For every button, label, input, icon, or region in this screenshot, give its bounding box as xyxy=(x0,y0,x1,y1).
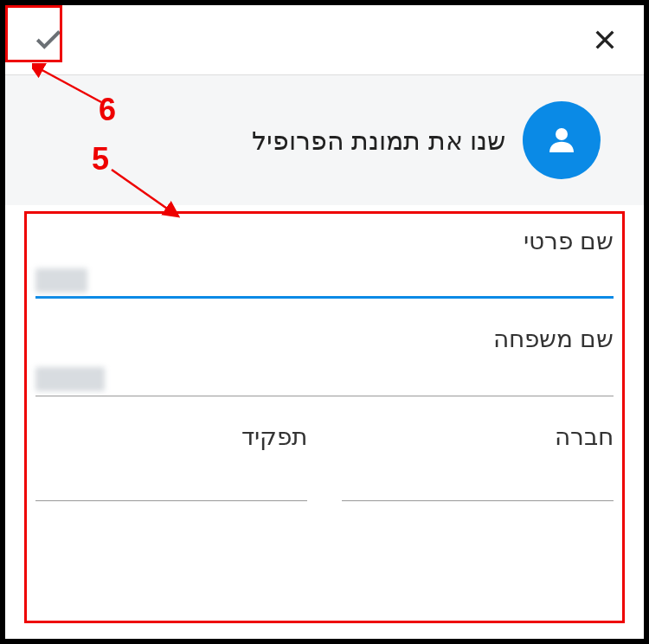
last-name-group: שם משפחה xyxy=(35,325,614,396)
company-group: חברה xyxy=(342,422,614,501)
avatar-button[interactable] xyxy=(523,101,601,179)
svg-point-0 xyxy=(556,128,568,140)
role-group: תפקיד xyxy=(35,422,307,501)
first-name-group: שם פרטי xyxy=(35,227,614,299)
change-avatar-text[interactable]: שנו את תמונת הפרופיל xyxy=(252,126,505,156)
last-name-label: שם משפחה xyxy=(35,325,614,353)
role-label: תפקיד xyxy=(35,422,307,451)
callout-six: 6 xyxy=(99,92,116,128)
form-box: שם פרטי שם משפחה חברה תפקיד xyxy=(5,205,644,536)
first-name-label: שם פרטי xyxy=(35,227,614,255)
company-label: חברה xyxy=(342,422,614,451)
check-icon xyxy=(32,23,65,56)
confirm-button[interactable] xyxy=(27,18,70,61)
close-icon xyxy=(591,26,619,54)
last-name-field[interactable] xyxy=(35,362,614,396)
person-icon xyxy=(543,122,580,158)
first-name-field[interactable] xyxy=(35,264,614,299)
first-name-value xyxy=(35,268,87,293)
close-button[interactable] xyxy=(588,23,622,57)
callout-five: 5 xyxy=(92,141,109,177)
last-name-value xyxy=(35,367,105,391)
company-field[interactable] xyxy=(342,460,614,501)
company-role-row: חברה תפקיד xyxy=(35,422,614,510)
role-field[interactable] xyxy=(35,460,307,501)
header-bar xyxy=(5,5,644,75)
